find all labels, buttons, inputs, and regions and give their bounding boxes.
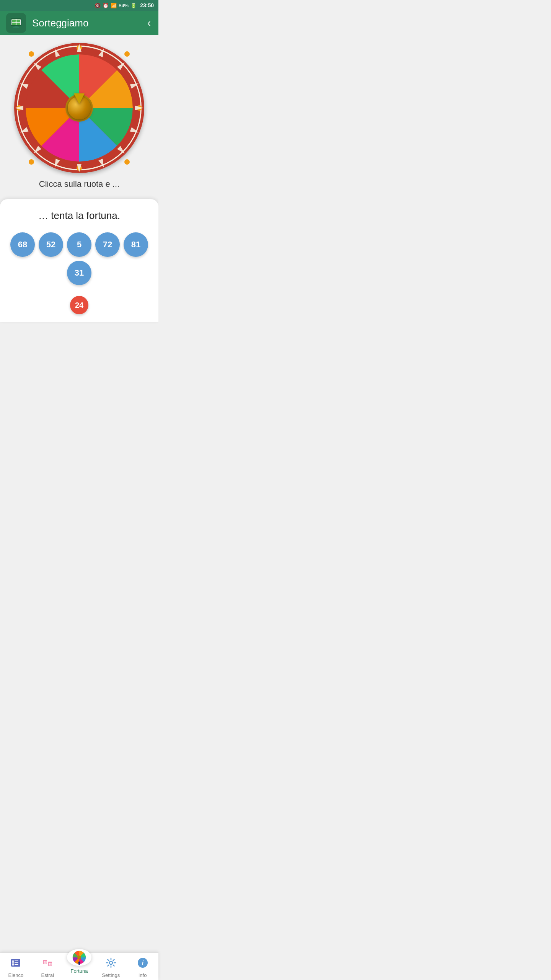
back-button[interactable]: ‹ [146, 15, 152, 31]
svg-marker-13 [135, 106, 143, 110]
app-title: Sorteggiamo [32, 17, 140, 29]
app-bar: Sorteggiamo ‹ [0, 11, 158, 35]
svg-marker-12 [130, 81, 140, 89]
wheel-caption: Clicca sulla ruota e ... [39, 179, 119, 189]
svg-marker-24 [52, 47, 60, 57]
results-card: … tenta la fortuna. 68 52 5 72 81 31 24 [0, 199, 158, 322]
number-ball-5: 81 [124, 232, 148, 257]
fortune-text: … tenta la fortuna. [8, 210, 151, 222]
svg-marker-14 [130, 127, 140, 135]
fortune-wheel[interactable] [14, 43, 144, 173]
svg-marker-16 [98, 159, 106, 168]
svg-marker-21 [15, 106, 23, 110]
svg-marker-15 [117, 146, 126, 155]
app-icon [6, 13, 26, 33]
svg-rect-5 [16, 23, 20, 25]
battery-level: 84% [119, 3, 129, 8]
wifi-icon: 📶 [111, 3, 117, 8]
svg-marker-20 [19, 127, 28, 135]
number-ball-6: 31 [67, 261, 91, 285]
status-time: 23:50 [140, 2, 154, 8]
number-ball-1: 68 [10, 232, 35, 257]
svg-marker-22 [19, 81, 28, 89]
svg-rect-2 [12, 20, 16, 22]
alarm-icon: ⏰ [103, 3, 109, 8]
svg-rect-4 [12, 23, 16, 25]
svg-marker-18 [52, 159, 60, 168]
wheel-outer-ring [14, 43, 144, 173]
battery-icon: 🔋 [130, 3, 137, 8]
status-icons: 🔇 ⏰ 📶 84% 🔋 23:50 [95, 2, 154, 8]
wheel-area: Clicca sulla ruota e ... [0, 35, 158, 193]
svg-rect-3 [16, 20, 20, 22]
number-ball-3: 5 [67, 232, 91, 257]
extra-number-ball: 24 [70, 296, 88, 314]
svg-marker-17 [77, 164, 82, 172]
svg-rect-7 [13, 27, 19, 28]
status-bar: 🔇 ⏰ 📶 84% 🔋 23:50 [0, 0, 158, 11]
wheel-pointer [74, 93, 85, 104]
number-ball-4: 72 [95, 232, 120, 257]
number-ball-2: 52 [39, 232, 63, 257]
wheel-center-knob [68, 96, 91, 119]
svg-marker-10 [98, 47, 106, 57]
svg-marker-23 [32, 61, 41, 70]
numbers-row: 68 52 5 72 81 31 [8, 232, 151, 285]
svg-marker-9 [77, 44, 82, 52]
svg-marker-19 [32, 146, 41, 155]
mute-icon: 🔇 [95, 3, 101, 8]
svg-marker-11 [117, 61, 126, 70]
